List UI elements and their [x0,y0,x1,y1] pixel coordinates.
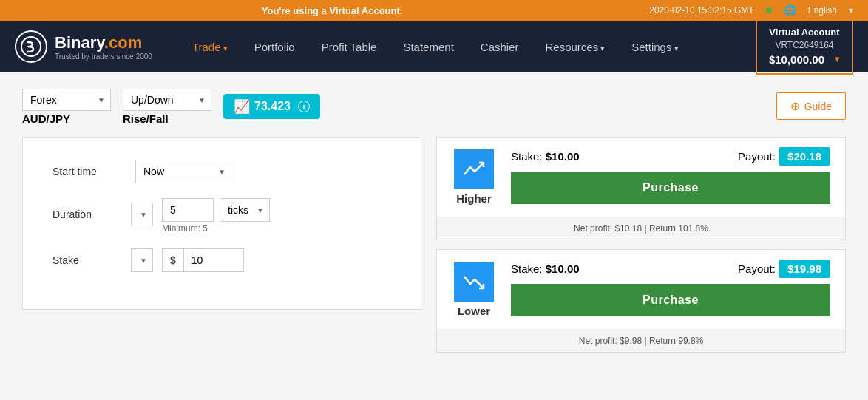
lower-stake-label: Stake: $10.00 [511,262,580,275]
lower-icon [454,262,494,302]
stake-type-select[interactable] [131,248,153,272]
higher-card: Higher Stake: $10.00 Payout: $20.18 [436,137,846,240]
guide-label: Guide [804,101,832,112]
lower-payout-label: Payout: $19.98 [738,262,830,275]
start-time-select[interactable]: Now [135,160,231,183]
trade-cards-panel: Higher Stake: $10.00 Payout: $20.18 [436,137,846,353]
higher-label: Higher [452,192,496,205]
market-category-select[interactable]: Forex [22,89,111,111]
nav-links: Trade Portfolio Profit Table Statement C… [182,35,756,59]
nav-resources[interactable]: Resources [535,35,615,59]
logo-tagline: Trusted by traders since 2000 [55,52,152,61]
trade-form-panel: Start time Now ▼ Duration ▼ [22,137,421,310]
lower-stake-payout: Stake: $10.00 Payout: $19.98 [511,262,830,275]
account-balance: $10,000.00 [769,52,824,67]
language-arrow[interactable]: ▾ [849,5,853,16]
logo[interactable]: Binary.com Trusted by traders since 2000 [15,30,152,63]
higher-icon [454,149,494,189]
higher-stake-value: $10.00 [546,150,580,163]
start-time-select-wrapper: Now ▼ [135,160,231,183]
market-category-wrapper: Forex ▼ AUD/JPY [22,87,111,125]
nav-statement[interactable]: Statement [393,35,464,59]
higher-card-footer: Net profit: $10.18 | Return 101.8% [437,217,845,240]
trade-type-wrapper: Up/Down ▼ Rise/Fall [123,87,211,125]
duration-hint: Minimum: 5 [162,223,270,234]
higher-purchase-button[interactable]: Purchase [511,172,830,204]
lower-purchase-button[interactable]: Purchase [511,284,830,316]
duration-unit-wrapper: ticks ▼ [220,198,270,222]
duration-input[interactable] [162,198,214,222]
banner-message: You're using a Virtual Account. [262,5,403,16]
account-id: VRTC2649164 [769,39,840,52]
nav-settings[interactable]: Settings [621,35,688,59]
lower-trade-info: Stake: $10.00 Payout: $19.98 Purchase [511,262,830,316]
duration-unit-select[interactable]: ticks [220,198,270,222]
start-time-row: Start time Now ▼ [52,160,391,183]
stake-type-wrapper: ▼ [131,248,153,272]
higher-payout-value: $20.18 [779,147,830,166]
globe-icon: 🌐 [784,4,796,16]
chart-mini-icon: 📈 [234,98,250,115]
duration-type-wrapper: ▼ [131,203,153,226]
lower-card-body: Lower Stake: $10.00 Payout: $19.98 [437,250,845,329]
stake-currency: $ [163,249,184,271]
banner-right: 2020-02-10 15:32:15 GMT 🌐 English ▾ [649,4,853,16]
lower-card-footer: Net profit: $9.98 | Return 99.8% [437,329,845,352]
stake-label: Stake [52,254,126,266]
account-box[interactable]: Virtual Account VRTC2649164 $10,000.00 ▾ [756,18,853,75]
duration-row: Duration ▼ ticks [52,198,391,234]
guide-icon: ⊕ [790,99,800,113]
logo-circle [15,30,47,63]
stake-input-wrapper: $ [162,248,244,272]
lower-label: Lower [452,305,496,317]
language-label[interactable]: English [808,5,837,16]
status-dot [766,7,772,13]
symbol-label: AUD/JPY [22,112,111,125]
higher-stake-payout: Stake: $10.00 Payout: $20.18 [511,150,830,163]
logo-text: Binary.com Trusted by traders since 2000 [55,33,152,61]
top-controls: Forex ▼ AUD/JPY Up/Down ▼ Rise/Fall 📈 73… [22,87,846,125]
duration-type-select[interactable] [131,203,153,226]
stake-row: Stake ▼ $ [52,248,391,272]
stake-input[interactable] [184,249,243,271]
nav-portfolio[interactable]: Portfolio [244,35,305,59]
nav-trade[interactable]: Trade [182,35,238,59]
trade-area: Start time Now ▼ Duration ▼ [22,137,846,353]
navbar: Binary.com Trusted by traders since 2000… [0,21,868,72]
higher-stake-label: Stake: $10.00 [511,150,580,163]
top-banner: You're using a Virtual Account. 2020-02-… [0,0,868,21]
price-value: 73.423 [254,100,291,113]
lower-card: Lower Stake: $10.00 Payout: $19.98 [436,249,846,353]
trade-subtype-label: Rise/Fall [123,112,211,125]
trade-type-select[interactable]: Up/Down [123,89,211,111]
nav-profit-table[interactable]: Profit Table [311,35,387,59]
price-badge: 📈 73.423 i [223,94,320,119]
guide-button[interactable]: ⊕ Guide [776,92,846,120]
account-label: Virtual Account [769,26,840,39]
lower-stake-value: $10.00 [546,262,580,275]
logo-dot: .com [104,33,142,52]
logo-name: Binary.com [55,33,152,52]
start-time-label: Start time [52,166,126,177]
info-icon[interactable]: i [298,101,310,112]
duration-col: ticks ▼ Minimum: 5 [162,198,270,234]
banner-datetime: 2020-02-10 15:32:15 GMT [649,5,753,16]
main-content: Forex ▼ AUD/JPY Up/Down ▼ Rise/Fall 📈 73… [0,72,868,367]
higher-payout-label: Payout: $20.18 [738,150,830,163]
nav-cashier[interactable]: Cashier [470,35,529,59]
higher-card-body: Higher Stake: $10.00 Payout: $20.18 [437,138,845,217]
account-dropdown-arrow[interactable]: ▾ [835,52,840,66]
duration-label: Duration [52,209,126,220]
lower-payout-value: $19.98 [779,260,830,278]
higher-trade-info: Stake: $10.00 Payout: $20.18 Purchase [511,150,830,204]
